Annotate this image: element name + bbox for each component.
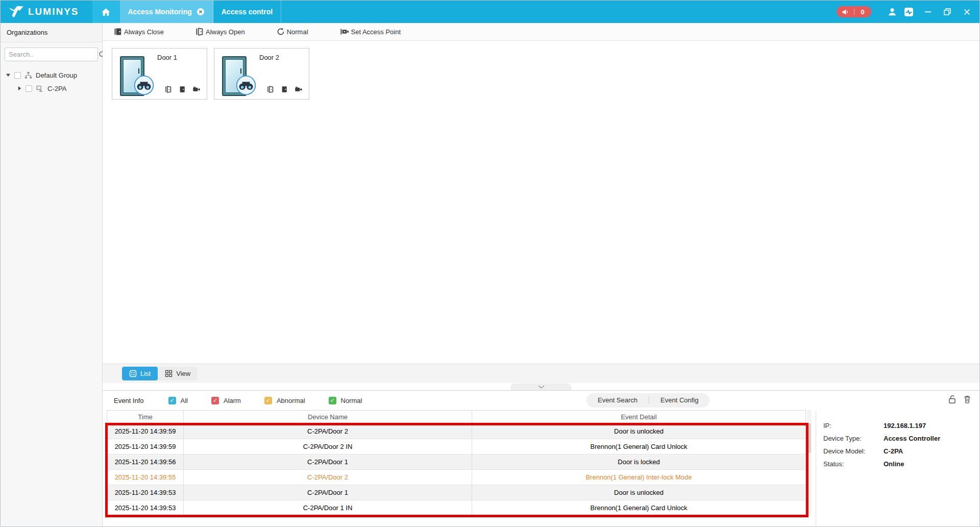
- tab-access-monitoring[interactable]: Access Monitoring: [120, 1, 213, 23]
- caret-right-icon[interactable]: [17, 86, 22, 91]
- door-card-2[interactable]: Door 2: [214, 48, 309, 100]
- grid-view-button[interactable]: View: [158, 367, 198, 380]
- organization-tree: Default Group C-2PA: [1, 65, 102, 95]
- list-grid-icon: [129, 370, 137, 377]
- filter-label: Alarm: [224, 397, 241, 404]
- door-toolbar: Always Close Always Open Normal: [103, 23, 979, 41]
- cell-detail: Brennon(1 General) Inter-lock Mode: [472, 470, 805, 485]
- trash-icon[interactable]: [963, 395, 971, 404]
- topbar-spacer: [281, 1, 837, 23]
- tab-label: Access control: [222, 8, 273, 16]
- info-row-device-model: Device Model: C-2PA: [823, 448, 979, 454]
- info-value: C-2PA: [884, 447, 903, 455]
- table-rows: 2025-11-20 14:39:59 C-2PA/Door 2 Door is…: [107, 424, 805, 516]
- checkbox-all[interactable]: ✓: [168, 397, 176, 404]
- sidebar-title: Organizations: [1, 23, 102, 42]
- tab-label: Access Monitoring: [128, 8, 192, 16]
- minimize-button[interactable]: [920, 4, 936, 19]
- event-filter-bar: Event Info ✓ All ✓ Alarm ✓ Abnormal: [103, 391, 979, 410]
- health-monitor-button[interactable]: [901, 4, 916, 19]
- door-open-icon[interactable]: [165, 86, 172, 93]
- table-scrollbar[interactable]: [807, 410, 812, 515]
- org-tree-icon: [24, 71, 32, 79]
- event-body: Time Device Name Event Detail 2025-11-20…: [103, 410, 979, 526]
- minimize-icon: [924, 8, 932, 16]
- event-bar-icons: [948, 395, 971, 404]
- cell-device: C-2PA/Door 2: [184, 424, 472, 439]
- tree-checkbox[interactable]: [26, 85, 32, 92]
- table-row[interactable]: 2025-11-20 14:39:53 C-2PA/Door 1 Door is…: [107, 485, 805, 500]
- luminys-logo: LUMINYS: [1, 1, 92, 23]
- user-menu-button[interactable]: [885, 4, 900, 19]
- tree-checkbox[interactable]: [14, 72, 21, 79]
- table-header-row: Time Device Name Event Detail: [107, 411, 805, 424]
- search-input[interactable]: [9, 51, 99, 58]
- toolbar-label: Always Open: [206, 28, 245, 36]
- tab-access-control[interactable]: Access control: [213, 1, 281, 23]
- event-config-button[interactable]: Event Config: [649, 393, 709, 408]
- door-closed-icon: [114, 28, 122, 36]
- table-row-highlighted[interactable]: 2025-11-20 14:39:55 C-2PA/Door 2 Brennon…: [107, 470, 805, 485]
- alarm-count: 0: [859, 8, 866, 16]
- cell-time: 2025-11-20 14:39:56: [107, 454, 184, 470]
- table-row[interactable]: 2025-11-20 14:39:59 C-2PA/Door 2 IN Bren…: [107, 439, 805, 454]
- cell-device: C-2PA/Door 2: [184, 470, 472, 485]
- door-name: Door 2: [259, 54, 279, 61]
- view-mode-strip: List View: [103, 364, 979, 383]
- alarm-counter[interactable]: 0: [837, 6, 871, 17]
- tree-item-c2pa[interactable]: C-2PA: [1, 82, 102, 95]
- event-action-buttons: Event Search Event Config: [586, 393, 709, 408]
- unlock-icon[interactable]: [948, 395, 957, 404]
- collapse-handle[interactable]: [510, 384, 572, 390]
- column-header-time[interactable]: Time: [107, 411, 184, 424]
- home-icon: [101, 7, 111, 17]
- filter-label: All: [181, 397, 188, 404]
- binoculars-icon[interactable]: [134, 75, 154, 95]
- cell-detail: Door is unlocked: [472, 424, 805, 439]
- door-closed-icon[interactable]: [281, 86, 288, 93]
- grid-icon: [165, 370, 173, 377]
- list-view-button[interactable]: List: [122, 367, 158, 380]
- door-open-icon: [195, 28, 204, 36]
- checkbox-alarm[interactable]: ✓: [211, 397, 219, 404]
- door-panel: Door 1: [103, 41, 979, 364]
- table-row[interactable]: 2025-11-20 14:39:53 C-2PA/Door 1 IN Bren…: [107, 500, 805, 516]
- filter-label: Normal: [341, 397, 362, 404]
- filter-abnormal[interactable]: ✓ Abnormal: [264, 397, 305, 404]
- column-header-detail[interactable]: Event Detail: [472, 411, 805, 424]
- always-close-button[interactable]: Always Close: [114, 28, 164, 36]
- event-table: Time Device Name Event Detail 2025-11-20…: [107, 410, 806, 516]
- camera-icon[interactable]: [192, 86, 201, 93]
- cell-time: 2025-11-20 14:39:59: [107, 424, 184, 439]
- info-value: 192.168.1.197: [884, 422, 926, 429]
- filter-alarm[interactable]: ✓ Alarm: [211, 397, 241, 404]
- normal-button[interactable]: Normal: [277, 28, 308, 36]
- door-open-icon[interactable]: [267, 86, 274, 93]
- always-open-button[interactable]: Always Open: [195, 28, 245, 36]
- close-button[interactable]: [959, 4, 974, 19]
- event-filters: ✓ All ✓ Alarm ✓ Abnormal ✓: [168, 397, 362, 404]
- camera-icon[interactable]: [295, 86, 303, 93]
- tab-close-icon[interactable]: [197, 8, 205, 16]
- door-card-1[interactable]: Door 1: [112, 48, 207, 100]
- binoculars-icon[interactable]: [236, 75, 256, 95]
- checkbox-abnormal[interactable]: ✓: [264, 397, 272, 404]
- filter-all[interactable]: ✓ All: [168, 397, 188, 404]
- door-closed-icon[interactable]: [179, 86, 186, 93]
- table-row[interactable]: 2025-11-20 14:39:59 C-2PA/Door 2 Door is…: [107, 424, 805, 439]
- event-search-button[interactable]: Event Search: [586, 393, 649, 408]
- checkbox-normal[interactable]: ✓: [329, 397, 336, 404]
- restore-button[interactable]: [940, 4, 955, 19]
- table-row[interactable]: 2025-11-20 14:39:56 C-2PA/Door 1 Door is…: [107, 454, 805, 470]
- cell-time: 2025-11-20 14:39:59: [107, 439, 184, 454]
- scrollbar-thumb[interactable]: [807, 423, 811, 453]
- set-access-point-button[interactable]: Set Access Point: [340, 28, 401, 36]
- caret-down-icon[interactable]: [6, 73, 11, 78]
- tree-item-default-group[interactable]: Default Group: [1, 68, 102, 82]
- content-area: Always Close Always Open Normal: [103, 23, 979, 526]
- home-button[interactable]: [92, 1, 120, 23]
- device-info-panel: IP: 192.168.1.197 Device Type: Access Co…: [816, 410, 979, 526]
- filter-normal[interactable]: ✓ Normal: [329, 397, 362, 404]
- door-actions: [267, 86, 303, 93]
- column-header-device[interactable]: Device Name: [184, 411, 472, 424]
